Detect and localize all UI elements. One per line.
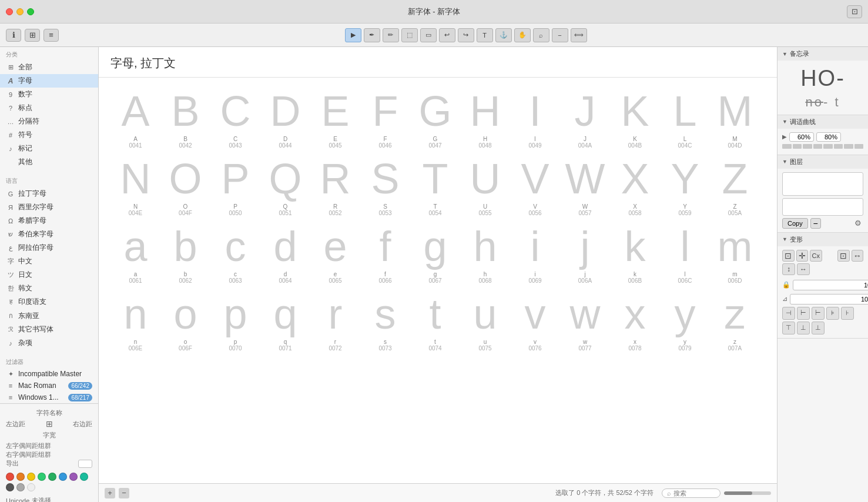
align-right-btn[interactable]: ⊢: [812, 307, 825, 320]
grid-button[interactable]: ⊞: [25, 29, 40, 42]
sidebar-item-latin[interactable]: G 拉丁字母: [0, 187, 98, 200]
glyph-cell[interactable]: e e 0065: [310, 219, 360, 286]
color-dot-dark[interactable]: [6, 483, 14, 491]
glyph-cell[interactable]: C C 0043: [210, 83, 260, 151]
color-dot-teal[interactable]: [80, 473, 88, 481]
hand-tool[interactable]: ✋: [514, 28, 531, 42]
align-top-btn[interactable]: ⊤: [782, 322, 795, 334]
transform-btn-3[interactable]: Cx: [810, 250, 822, 262]
glyph-cell[interactable]: j j 006A: [560, 219, 610, 286]
glyph-cell[interactable]: v v 0076: [510, 286, 560, 354]
glyph-cell[interactable]: k k 006B: [610, 219, 660, 286]
glyph-cell[interactable]: G G 0047: [410, 83, 460, 151]
transform-input-y[interactable]: [790, 294, 868, 304]
color-dot-red[interactable]: [6, 473, 14, 481]
glyph-cell[interactable]: z z 007A: [710, 286, 760, 354]
glyph-cell[interactable]: O O 004F: [160, 151, 210, 219]
glyph-cell[interactable]: N N 004E: [110, 151, 160, 219]
color-dot-yellow[interactable]: [27, 473, 35, 481]
search-input[interactable]: [673, 490, 715, 497]
glyph-cell[interactable]: n n 006E: [110, 286, 160, 354]
sidebar-item-korean[interactable]: 한 韩文: [0, 282, 98, 295]
metrics-tool[interactable]: ⟺: [571, 28, 587, 42]
redo-button[interactable]: ↪: [458, 28, 474, 42]
split-view-button[interactable]: ⊡: [847, 5, 862, 18]
glyph-cell[interactable]: F F 0046: [360, 83, 410, 151]
add-glyph-button[interactable]: +: [105, 488, 115, 498]
distribute-h-btn[interactable]: ⊧: [826, 307, 839, 320]
anchor-tool[interactable]: ⚓: [495, 28, 512, 42]
glyph-cell[interactable]: V V 0056: [510, 151, 560, 219]
glyph-cell[interactable]: R R 0052: [310, 151, 360, 219]
color-dot-green[interactable]: [48, 473, 56, 481]
sidebar-item-chinese[interactable]: 字 中文: [0, 255, 98, 268]
glyph-cell[interactable]: s s 0073: [360, 286, 410, 354]
export-toggle[interactable]: [78, 460, 92, 468]
glyph-cell[interactable]: D D 0044: [260, 83, 310, 151]
search-box[interactable]: ⌕: [662, 488, 720, 498]
glyph-cell[interactable]: u u 0075: [460, 286, 510, 354]
sidebar-item-other[interactable]: 其他: [0, 155, 98, 169]
glyph-cell[interactable]: X X 0058: [610, 151, 660, 219]
pencil-tool[interactable]: ✏: [383, 28, 399, 42]
align-bottom-btn[interactable]: ⊥: [812, 322, 825, 334]
glyph-cell[interactable]: y y 0079: [660, 286, 710, 354]
glyph-cell[interactable]: i i 0069: [510, 219, 560, 286]
align-mid-h-btn[interactable]: ⊥: [797, 322, 810, 334]
glyph-cell[interactable]: o o 006F: [160, 286, 210, 354]
sidebar-item-indic[interactable]: ह 印度语支: [0, 295, 98, 309]
sidebar-item-sea[interactable]: ก 东南亚: [0, 309, 98, 323]
copy-layer-button[interactable]: Copy: [782, 218, 808, 229]
glyph-cell[interactable]: T T 0054: [410, 151, 460, 219]
minimize-button[interactable]: [16, 8, 24, 15]
transform-btn-2[interactable]: ✛: [796, 250, 809, 262]
color-dot-purple[interactable]: [69, 473, 78, 481]
sidebar-item-hebrew[interactable]: ש 希伯来字母: [0, 227, 98, 241]
glyph-cell[interactable]: d d 0064: [260, 219, 310, 286]
sidebar-item-letter[interactable]: A 字母: [0, 74, 98, 88]
sidebar-item-windows[interactable]: ≡ Windows 1... 68/217: [0, 391, 98, 403]
shape-tool[interactable]: ⬚: [401, 28, 418, 42]
glyph-cell[interactable]: W W 0057: [560, 151, 610, 219]
glyph-cell[interactable]: M M 004D: [710, 83, 760, 151]
glyph-cell[interactable]: E E 0045: [310, 83, 360, 151]
text-tool[interactable]: T: [477, 28, 493, 42]
sidebar-item-mark[interactable]: ♪ 标记: [0, 142, 98, 155]
color-dot-gray[interactable]: [16, 483, 25, 491]
glyph-cell[interactable]: Q Q 0051: [260, 151, 310, 219]
sidebar-item-other-scripts[interactable]: ℛ 其它书写体: [0, 323, 98, 336]
glyph-cell[interactable]: q q 0071: [260, 286, 310, 354]
glyph-cell[interactable]: J J 004A: [560, 83, 610, 151]
sidebar-item-symbol[interactable]: # 符号: [0, 128, 98, 142]
glyph-cell[interactable]: P P 0050: [210, 151, 260, 219]
glyph-cell[interactable]: w w 0077: [560, 286, 610, 354]
glyph-cell[interactable]: t t 0074: [410, 286, 460, 354]
glyph-cell[interactable]: B B 0042: [160, 83, 210, 151]
glyph-cell[interactable]: l l 006C: [660, 219, 710, 286]
glyph-cell[interactable]: L L 004C: [660, 83, 710, 151]
glyph-cell[interactable]: h h 0068: [460, 219, 510, 286]
sidebar-item-arabic[interactable]: ع 阿拉伯字母: [0, 241, 98, 255]
glyph-cell[interactable]: U U 0055: [460, 151, 510, 219]
list-button[interactable]: ≡: [43, 29, 59, 42]
glyph-cell[interactable]: c c 0063: [210, 219, 260, 286]
remove-layer-button[interactable]: −: [810, 218, 821, 229]
glyph-cell[interactable]: H H 0048: [460, 83, 510, 151]
info-button[interactable]: ℹ: [6, 29, 21, 42]
sidebar-item-punct[interactable]: ? 标点: [0, 101, 98, 115]
transform-btn-7[interactable]: ↔: [797, 263, 810, 275]
glyph-cell[interactable]: r r 0072: [310, 286, 360, 354]
glyph-cell[interactable]: Z Z 005A: [710, 151, 760, 219]
align-center-v-btn[interactable]: ⊢: [797, 307, 810, 320]
glyph-cell[interactable]: K K 004B: [610, 83, 660, 151]
sidebar-item-cyrillic[interactable]: Я 西里尔字母: [0, 200, 98, 214]
sidebar-item-mac-roman[interactable]: ≡ Mac Roman 66/242: [0, 380, 98, 391]
color-dot-blue[interactable]: [59, 473, 67, 481]
color-dot-light-green[interactable]: [38, 473, 46, 481]
transform-header[interactable]: ▼ 变形: [777, 233, 868, 246]
layer-gear-button[interactable]: ⚙: [853, 218, 863, 229]
sidebar-item-all[interactable]: ⊞ 全部: [0, 61, 98, 74]
glyph-cell[interactable]: Y Y 0059: [660, 151, 710, 219]
glyph-cell[interactable]: b b 0062: [160, 219, 210, 286]
glyph-cell[interactable]: I I 0049: [510, 83, 560, 151]
